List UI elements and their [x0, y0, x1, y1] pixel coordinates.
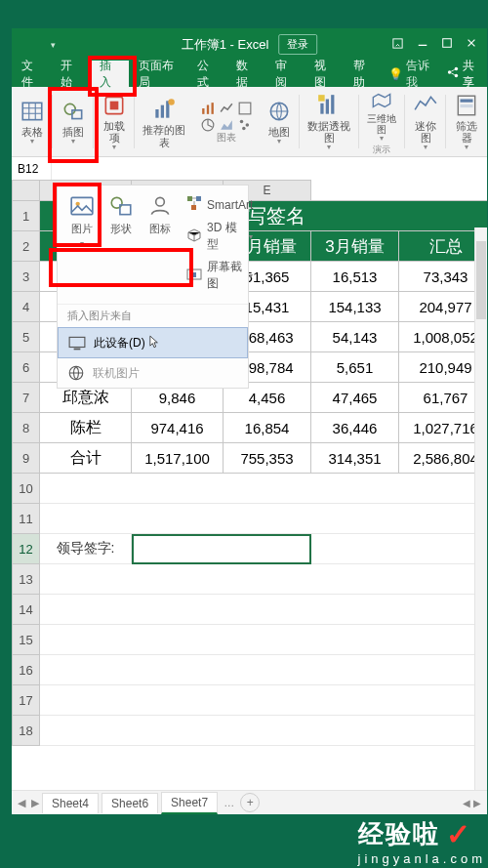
chart-types-icons: [200, 102, 253, 132]
svg-rect-16: [207, 104, 209, 113]
screenshot-button[interactable]: 屏幕截图 ▾: [186, 259, 253, 292]
svg-rect-38: [191, 205, 196, 210]
signature-input-cell[interactable]: [132, 534, 311, 564]
svg-rect-2: [443, 39, 452, 48]
ribbon-recommended-charts[interactable]: 推荐的图表: [135, 87, 194, 156]
share-button[interactable]: 共享: [439, 61, 487, 87]
row-header-15[interactable]: 15: [13, 625, 40, 655]
signature-label-cell[interactable]: 领导签字:: [40, 534, 132, 564]
ribbon-charts-grid[interactable]: 图表: [194, 87, 259, 156]
tab-home[interactable]: 开始: [51, 61, 90, 87]
ribbon-illustrations[interactable]: 插图▾: [53, 87, 94, 156]
qat-more-icon[interactable]: ▾: [51, 40, 56, 50]
sheet-next-icon[interactable]: ▶: [31, 797, 39, 809]
recommended-charts-icon: [149, 95, 179, 124]
row-header-2[interactable]: 2: [13, 231, 40, 262]
addins-icon: [100, 91, 129, 120]
select-all-corner[interactable]: [13, 181, 40, 201]
svg-point-20: [240, 119, 244, 123]
row-header-11[interactable]: 11: [13, 504, 40, 534]
data-row: 8 陈栏 974,416 16,854 36,446 1,027,716: [13, 413, 488, 443]
tab-view[interactable]: 视图: [305, 61, 344, 87]
svg-rect-37: [196, 196, 201, 201]
3d-models-icon: [186, 227, 202, 246]
ribbon-maps[interactable]: 地图▾: [259, 87, 300, 156]
shapes-icon: [59, 97, 88, 126]
row-header-7[interactable]: 7: [13, 383, 40, 413]
tell-me-button[interactable]: 💡 告诉我: [383, 61, 438, 87]
icons-button[interactable]: 图标: [147, 193, 173, 292]
svg-point-4: [447, 70, 450, 73]
svg-rect-17: [211, 103, 213, 114]
tables-icon: [18, 97, 47, 126]
new-sheet-button[interactable]: +: [240, 793, 260, 812]
scrollbar-thumb[interactable]: [476, 241, 486, 319]
smartart-icon: [186, 195, 202, 214]
row-header-3[interactable]: 3: [13, 262, 40, 292]
row-header-6[interactable]: 6: [13, 352, 40, 383]
online-pictures-icon: [67, 364, 85, 382]
scroll-left-icon[interactable]: ◀: [463, 798, 470, 808]
ribbon-tables[interactable]: 表格▾: [12, 87, 53, 156]
row-header-18[interactable]: 18: [13, 716, 40, 746]
name-box[interactable]: B12: [12, 157, 52, 181]
more-sheets-icon[interactable]: …: [224, 797, 234, 808]
checkmark-icon: ✓: [446, 817, 472, 851]
header-mar[interactable]: 3月销量: [311, 231, 399, 262]
tab-file[interactable]: 文件: [12, 61, 51, 87]
share-icon: [447, 66, 459, 81]
svg-rect-29: [461, 100, 473, 103]
vertical-scrollbar[interactable]: [474, 227, 487, 791]
ribbon-slicer[interactable]: 筛选器▾: [446, 87, 487, 156]
ribbon-options-icon[interactable]: [391, 37, 404, 53]
maps-icon: [264, 97, 294, 126]
tab-formulas[interactable]: 公式: [187, 61, 226, 87]
row-header-14[interactable]: 14: [13, 595, 40, 625]
ribbon-3d-map[interactable]: 三维地图▾ 演示: [359, 87, 405, 156]
scroll-right-icon[interactable]: ▶: [473, 798, 481, 808]
row-header-5[interactable]: 5: [13, 322, 40, 352]
row-header-1[interactable]: 1: [13, 201, 40, 231]
3d-models-button[interactable]: 3D 模型 ▾: [186, 220, 253, 253]
row-header-12[interactable]: 12: [13, 534, 40, 564]
ribbon-pivot-chart[interactable]: 数据透视图▾: [300, 87, 359, 156]
shapes-dropdown-icon: [108, 193, 134, 219]
close-icon[interactable]: [466, 37, 477, 52]
ribbon-addins[interactable]: 加载项▾: [94, 87, 135, 156]
svg-rect-25: [326, 100, 329, 114]
svg-rect-40: [190, 272, 196, 277]
sheet-tab-6[interactable]: Sheet6: [102, 793, 158, 813]
maximize-icon[interactable]: [441, 37, 453, 52]
status-bar: ◀ ▶ Sheet4 Sheet6 Sheet7 … + ◀ ▶: [12, 790, 487, 814]
row-header-16[interactable]: 16: [13, 655, 40, 685]
ribbon-tabs: 文件 开始 插入 页面布局 公式 数据 审阅 视图 帮助 💡 告诉我 共享: [12, 61, 487, 87]
picture-button[interactable]: 图片 ▾: [69, 193, 95, 292]
sheet-nav[interactable]: ◀ ▶: [18, 797, 39, 809]
smartart-button[interactable]: SmartArt: [186, 195, 253, 214]
sheet-prev-icon[interactable]: ◀: [18, 797, 25, 809]
tab-help[interactable]: 帮助: [344, 61, 383, 87]
row-header-10[interactable]: 10: [13, 474, 40, 504]
sheet-tab-7[interactable]: Sheet7: [161, 792, 218, 814]
svg-rect-26: [331, 95, 334, 114]
minimize-icon[interactable]: [417, 37, 428, 52]
online-pictures-menu-item[interactable]: 联机图片: [58, 358, 248, 388]
ribbon-sparklines[interactable]: 迷你图▾: [405, 87, 446, 156]
svg-point-21: [245, 123, 249, 127]
row-header-13[interactable]: 13: [13, 564, 40, 595]
tab-data[interactable]: 数据: [226, 61, 265, 87]
tab-page-layout[interactable]: 页面布局: [129, 61, 187, 87]
row-header-4[interactable]: 4: [13, 292, 40, 322]
shapes-button[interactable]: 形状: [108, 193, 134, 292]
login-button[interactable]: 登录: [278, 34, 317, 55]
tab-insert[interactable]: 插入: [90, 61, 129, 87]
row-header-8[interactable]: 8: [13, 413, 40, 443]
sparklines-icon: [411, 91, 440, 120]
tab-review[interactable]: 审阅: [265, 61, 305, 87]
svg-rect-12: [161, 105, 164, 118]
sheet-tab-4[interactable]: Sheet4: [42, 793, 99, 813]
row-header-9[interactable]: 9: [13, 443, 40, 474]
this-device-menu-item[interactable]: 此设备(D): [58, 327, 248, 358]
screenshot-icon: [186, 267, 202, 285]
row-header-17[interactable]: 17: [13, 685, 40, 716]
